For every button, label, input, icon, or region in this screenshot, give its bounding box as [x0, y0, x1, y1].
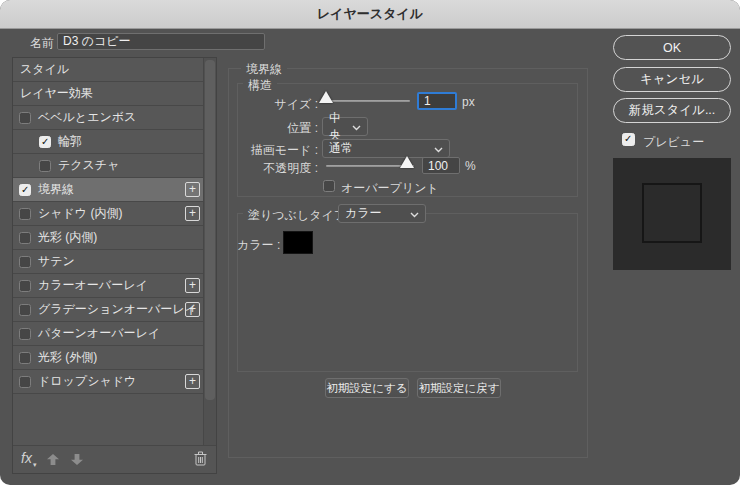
opacity-slider-thumb[interactable]: [400, 156, 414, 168]
chevron-down-icon: [352, 120, 361, 134]
size-label: サイズ :: [237, 96, 318, 113]
delete-effect-icon[interactable]: [194, 451, 207, 470]
position-select[interactable]: 中央: [322, 117, 368, 136]
style-enabled-checkbox[interactable]: [19, 280, 31, 292]
preview-checkbox[interactable]: [622, 133, 635, 146]
add-instance-icon[interactable]: +: [185, 278, 200, 293]
style-item-label: カラーオーバーレイ: [38, 277, 148, 294]
opacity-label: 不透明度 :: [237, 160, 318, 177]
panel-title: 境界線: [241, 61, 287, 78]
sidebar-style-item[interactable]: ベベルとエンボス: [13, 106, 216, 130]
styles-sidebar: スタイル レイヤー効果 ベベルとエンボス 輪郭 テクスチャ 境界線 + シャドウ…: [12, 57, 217, 474]
move-effect-up-icon[interactable]: [47, 454, 59, 465]
size-slider-track[interactable]: [326, 100, 410, 102]
style-item-label: シャドウ (内側): [38, 205, 122, 222]
make-default-button[interactable]: 初期設定にする: [325, 378, 409, 398]
style-item-label: テクスチャ: [58, 157, 119, 174]
sidebar-style-item[interactable]: スタイル: [13, 58, 216, 82]
style-item-label: 輪郭: [58, 133, 82, 150]
color-label: カラー :: [237, 237, 280, 254]
style-enabled-checkbox[interactable]: [19, 328, 31, 340]
style-enabled-checkbox[interactable]: [19, 304, 31, 316]
blend-mode-select[interactable]: 通常: [322, 139, 450, 158]
chevron-down-icon: [410, 207, 419, 221]
sidebar-scrollbar[interactable]: [203, 58, 216, 446]
dialog-title: レイヤースタイル: [317, 5, 423, 23]
dialog-titlebar[interactable]: レイヤースタイル: [0, 0, 740, 29]
style-enabled-checkbox[interactable]: [19, 184, 31, 196]
style-enabled-checkbox[interactable]: [39, 136, 51, 148]
color-swatch[interactable]: [283, 231, 313, 254]
opacity-unit: %: [465, 159, 476, 173]
add-instance-icon[interactable]: +: [185, 374, 200, 389]
style-item-label: サテン: [38, 253, 75, 270]
style-item-label: レイヤー効果: [20, 85, 93, 102]
style-enabled-checkbox[interactable]: [39, 160, 51, 172]
position-label: 位置 :: [237, 120, 318, 137]
add-instance-icon[interactable]: +: [185, 182, 200, 197]
sidebar-style-item[interactable]: パターンオーバーレイ: [13, 322, 216, 346]
sidebar-style-item[interactable]: テクスチャ: [13, 154, 216, 178]
layer-style-dialog: レイヤースタイル 名前 : スタイル レイヤー効果 ベベルとエンボス 輪郭 テク…: [0, 0, 740, 485]
style-item-label: 光彩 (内側): [38, 229, 97, 246]
opacity-input[interactable]: [422, 157, 460, 174]
style-preview-thumbnail: [613, 158, 731, 270]
fx-menu-icon[interactable]: fx: [21, 450, 36, 469]
sidebar-style-item[interactable]: 光彩 (内側): [13, 226, 216, 250]
style-enabled-checkbox[interactable]: [19, 256, 31, 268]
name-input[interactable]: [57, 33, 265, 50]
sidebar-style-item[interactable]: 境界線 +: [13, 178, 216, 202]
style-item-label: 光彩 (外側): [38, 349, 97, 366]
style-enabled-checkbox[interactable]: [19, 232, 31, 244]
style-item-label: パターンオーバーレイ: [38, 325, 160, 342]
new-style-button[interactable]: 新規スタイル...: [613, 98, 731, 123]
fill-type-select[interactable]: カラー: [338, 204, 426, 223]
sidebar-style-item[interactable]: サテン: [13, 250, 216, 274]
sidebar-style-item[interactable]: グラデーションオーバーレイ +: [13, 298, 216, 322]
size-slider-thumb[interactable]: [319, 91, 333, 103]
preview-label: プレビュー: [643, 134, 704, 151]
style-enabled-checkbox[interactable]: [19, 376, 31, 388]
style-item-label: ドロップシャドウ: [38, 373, 136, 390]
style-enabled-checkbox[interactable]: [19, 112, 31, 124]
overprint-checkbox[interactable]: [323, 180, 335, 192]
reset-default-button[interactable]: 初期設定に戻す: [417, 378, 501, 398]
sidebar-style-item[interactable]: レイヤー効果: [13, 82, 216, 106]
sidebar-style-item[interactable]: カラーオーバーレイ +: [13, 274, 216, 298]
sidebar-style-item[interactable]: ドロップシャドウ +: [13, 370, 216, 394]
size-unit: px: [462, 95, 475, 109]
ok-button[interactable]: OK: [613, 35, 731, 60]
styles-list: スタイル レイヤー効果 ベベルとエンボス 輪郭 テクスチャ 境界線 + シャドウ…: [13, 58, 216, 446]
overprint-label: オーバープリント: [341, 180, 439, 197]
structure-legend: 構造: [243, 77, 277, 94]
add-instance-icon[interactable]: +: [185, 302, 200, 317]
style-enabled-checkbox[interactable]: [19, 208, 31, 220]
size-input[interactable]: [417, 92, 457, 110]
add-instance-icon[interactable]: +: [185, 206, 200, 221]
sidebar-footer: fx: [13, 445, 216, 473]
style-item-label: グラデーションオーバーレイ: [38, 301, 197, 318]
chevron-down-icon: [434, 142, 443, 156]
sidebar-scrollbar-thumb[interactable]: [205, 60, 215, 400]
style-item-label: スタイル: [20, 61, 69, 78]
blend-mode-label: 描画モード :: [237, 142, 318, 159]
sidebar-style-item[interactable]: 光彩 (外側): [13, 346, 216, 370]
style-enabled-checkbox[interactable]: [19, 352, 31, 364]
style-item-label: 境界線: [38, 181, 74, 198]
sidebar-style-item[interactable]: 輪郭: [13, 130, 216, 154]
preview-stroke-square: [642, 183, 702, 243]
style-item-label: ベベルとエンボス: [38, 109, 136, 126]
cancel-button[interactable]: キャンセル: [613, 67, 731, 92]
sidebar-style-item[interactable]: シャドウ (内側) +: [13, 202, 216, 226]
move-effect-down-icon[interactable]: [71, 454, 83, 465]
